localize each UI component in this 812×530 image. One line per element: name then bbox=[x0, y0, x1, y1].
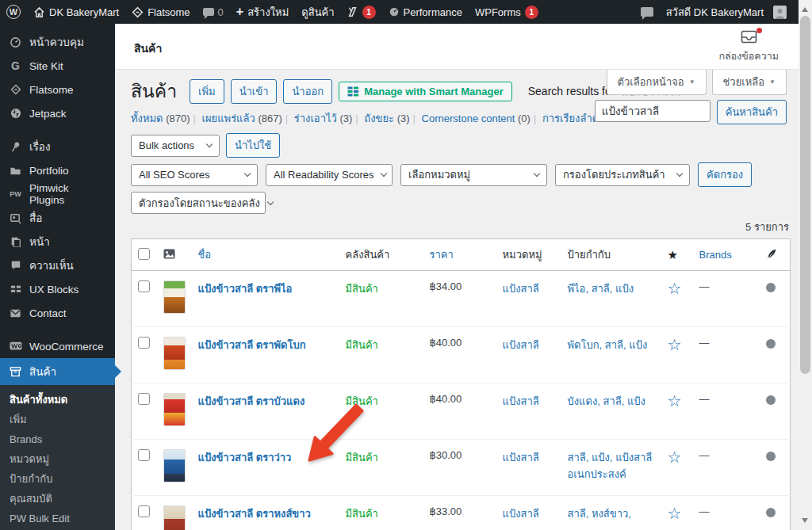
bulk-actions-select[interactable]: Bulk actions bbox=[131, 135, 220, 157]
sidebar-item-portfolio[interactable]: Portfolio bbox=[0, 158, 115, 182]
sidebar-item-posts[interactable]: เรื่อง bbox=[0, 135, 115, 158]
tags-links[interactable]: สาลี, หงส์ขาว, bbox=[568, 508, 631, 520]
sidebar-item-pages[interactable]: หน้า bbox=[0, 230, 115, 254]
product-thumbnail[interactable] bbox=[163, 337, 186, 370]
seo-scores-select[interactable]: All SEO Scores bbox=[131, 164, 258, 186]
product-name-link[interactable]: แป้งข้าวสาลี ตราพีไอ bbox=[198, 283, 293, 295]
vertical-scrollbar[interactable] bbox=[799, 0, 812, 530]
product-row: แป้งข้าวสาลี ตราบัวแดง มีสินค้า ฿40.00 แ… bbox=[132, 383, 791, 440]
column-header-price[interactable]: ราคา bbox=[423, 239, 496, 271]
sidebar-item-sitekit[interactable]: G Site Kit bbox=[0, 54, 115, 78]
comments-menu[interactable]: 0 bbox=[197, 0, 230, 24]
my-account-menu[interactable]: สวัสดี DK BakeryMart bbox=[660, 0, 793, 24]
scroll-up-arrow[interactable] bbox=[802, 4, 808, 12]
flatsome-menu[interactable]: Flatsome bbox=[125, 0, 196, 24]
yoast-menu[interactable]: 1 bbox=[341, 0, 382, 24]
product-name-link[interactable]: แป้งข้าวสาลี ตราบัวแดง bbox=[198, 395, 305, 407]
featured-star-toggle[interactable]: ☆ bbox=[668, 336, 682, 353]
sidebar-item-media[interactable]: สื่อ bbox=[0, 206, 115, 230]
submenu-all-products[interactable]: สินค้าทั้งหมด bbox=[0, 390, 115, 410]
row-checkbox[interactable] bbox=[138, 393, 150, 405]
stock-status: มีสินค้า bbox=[346, 339, 378, 351]
row-checkbox[interactable] bbox=[138, 449, 150, 461]
readability-scores-select[interactable]: All Readability Scores bbox=[266, 164, 393, 186]
filter-cornerstone[interactable]: Cornerstone content bbox=[422, 112, 515, 124]
featured-star-toggle[interactable]: ☆ bbox=[668, 280, 682, 297]
product-thumbnail[interactable] bbox=[163, 505, 186, 530]
filter-drafts[interactable]: ร่างเอาไว้ bbox=[294, 112, 337, 124]
wp-logo-menu[interactable]: W bbox=[0, 0, 27, 24]
product-name-link[interactable]: แป้งข้าวสาลี ตราพัดโบก bbox=[198, 339, 306, 351]
sidebar-item-uxblocks[interactable]: UX Blocks bbox=[0, 277, 115, 301]
scrollbar-thumb[interactable] bbox=[800, 16, 810, 374]
featured-star-toggle[interactable]: ☆ bbox=[668, 448, 682, 466]
tags-links[interactable]: พัดโบก, สาลี, แป้ง bbox=[568, 339, 648, 351]
select-all-checkbox[interactable] bbox=[138, 248, 150, 260]
add-product-button[interactable]: เพิ่ม bbox=[190, 79, 224, 104]
column-header-name[interactable]: ชื่อ bbox=[192, 239, 339, 271]
product-name-link[interactable]: แป้งข้าวสาลี ตราว่าว bbox=[198, 452, 292, 463]
row-checkbox[interactable] bbox=[138, 337, 150, 349]
category-link[interactable]: แป้งสาลี bbox=[503, 452, 539, 463]
submenu-attributes[interactable]: คุณสมบัติ bbox=[0, 489, 115, 509]
apply-button[interactable]: นำไปใช้ bbox=[226, 133, 280, 158]
product-thumbnail[interactable] bbox=[163, 449, 186, 482]
submenu-pw-bulk-edit[interactable]: PW Bulk Edit bbox=[0, 509, 115, 528]
sidebar-item-flatsome[interactable]: Flatsome bbox=[0, 78, 115, 101]
view-products-menu[interactable]: ดูสินค้า bbox=[295, 0, 340, 24]
category-link[interactable]: แป้งสาลี bbox=[503, 508, 539, 520]
featured-star-toggle[interactable]: ☆ bbox=[668, 505, 682, 522]
sidebar-item-woocommerce[interactable]: WooCommerce bbox=[0, 334, 115, 358]
category-link[interactable]: แป้งสาลี bbox=[503, 339, 539, 351]
submenu-add-new[interactable]: เพิ่ม bbox=[0, 410, 115, 429]
inbox-label: กล่องข้อความ bbox=[718, 48, 779, 64]
new-content-menu[interactable]: + สร้างใหม่ bbox=[230, 0, 295, 24]
column-header-brands[interactable]: Brands bbox=[693, 239, 760, 271]
screen-options-tab[interactable]: ตัวเลือกหน้าจอ▼ bbox=[607, 70, 707, 95]
sidebar-item-products[interactable]: สินค้า bbox=[0, 358, 115, 385]
export-button[interactable]: นำออก bbox=[283, 79, 332, 104]
view-products-label: ดูสินค้า bbox=[301, 4, 334, 21]
filter-button[interactable]: คัดกรอง bbox=[698, 162, 752, 187]
price: ฿33.00 bbox=[430, 505, 462, 517]
filter-trash[interactable]: ถังขยะ bbox=[364, 112, 394, 124]
tags-links[interactable]: พีไอ, สาลี, แป้ง bbox=[568, 283, 634, 295]
sidebar-item-contact[interactable]: Contact bbox=[0, 301, 115, 325]
featured-star-toggle[interactable]: ☆ bbox=[668, 392, 682, 410]
table-header-row: ชื่อ คลังสินค้า ราคา หมวดหมู่ ป้ายกำกับ … bbox=[132, 239, 791, 271]
row-checkbox[interactable] bbox=[138, 280, 150, 292]
submenu-tags[interactable]: ป้ายกำกับ bbox=[0, 469, 115, 489]
product-thumbnail[interactable] bbox=[163, 393, 186, 426]
submenu-categories[interactable]: หมวดหมู่ bbox=[0, 449, 115, 469]
chevron-down-icon bbox=[267, 198, 274, 204]
wpforms-menu[interactable]: WPForms 1 bbox=[469, 0, 545, 24]
stock-status-select[interactable]: ตัวกรองโดยสถานะของคลัง bbox=[131, 192, 266, 214]
product-thumbnail[interactable] bbox=[163, 280, 186, 314]
tags-links[interactable]: บังแดง, สาลี, แป้ง bbox=[568, 395, 645, 407]
sidebar-item-jetpack[interactable]: Jetpack bbox=[0, 101, 115, 125]
product-name-link[interactable]: แป้งข้าวสาลี ตราหงส์ขาว bbox=[198, 508, 311, 520]
tags-links[interactable]: สาลี, แป้ง, แป้งสาลีอเนกประสงค์ bbox=[568, 452, 653, 480]
filter-all[interactable]: ทั้งหมด bbox=[131, 112, 163, 124]
filter-published[interactable]: เผยแพร่แล้ว bbox=[202, 112, 255, 124]
category-link[interactable]: แป้งสาลี bbox=[503, 283, 539, 295]
submenu-brands[interactable]: Brands bbox=[0, 429, 115, 449]
help-tab[interactable]: ช่วยเหลือ▼ bbox=[712, 70, 787, 95]
product-type-select[interactable]: กรองโดยประเภทสินค้า bbox=[555, 164, 690, 186]
sidebar-item-comments[interactable]: ความเห็น bbox=[0, 254, 115, 277]
import-button[interactable]: นำเข้า bbox=[231, 79, 278, 104]
category-link[interactable]: แป้งสาลี bbox=[503, 395, 539, 407]
chevron-down-icon bbox=[534, 170, 540, 177]
search-input[interactable] bbox=[595, 100, 710, 122]
sidebar-item-dashboard[interactable]: หน้าควบคุม bbox=[0, 30, 115, 54]
sidebar-item-pimwick[interactable]: PW Pimwick Plugins bbox=[0, 182, 115, 206]
site-name-menu[interactable]: DK BakeryMart bbox=[27, 0, 125, 24]
scroll-down-arrow[interactable] bbox=[802, 518, 808, 526]
inbox-button[interactable]: กล่องข้อความ bbox=[718, 30, 779, 64]
messages-menu[interactable] bbox=[634, 0, 660, 24]
smart-manager-button[interactable]: Manage with Smart Manager bbox=[339, 82, 512, 101]
category-select[interactable]: เลือกหมวดหมู่ bbox=[400, 164, 547, 186]
search-products-button[interactable]: ค้นหาสินค้า bbox=[717, 100, 787, 124]
performance-menu[interactable]: Performance bbox=[382, 0, 469, 24]
row-checkbox[interactable] bbox=[138, 505, 150, 517]
